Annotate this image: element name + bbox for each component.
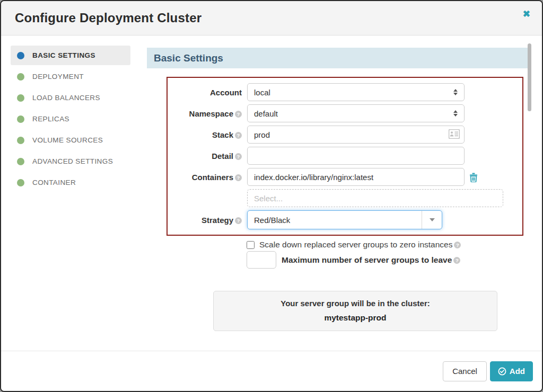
namespace-select[interactable]: default [247, 104, 465, 122]
help-icon[interactable]: ? [235, 111, 242, 118]
sidebar-item-basic-settings[interactable]: BASIC SETTINGS [11, 46, 130, 65]
step-dot-icon [17, 73, 24, 81]
sidebar-item-label: ADVANCED SETTINGS [32, 157, 113, 165]
container-add-row: Select... [168, 189, 522, 207]
step-dot-icon [17, 158, 24, 165]
sidebar-item-advanced-settings[interactable]: ADVANCED SETTINGS [11, 152, 130, 171]
sidebar-item-label: VOLUME SOURCES [32, 136, 103, 144]
help-icon[interactable]: ? [235, 153, 242, 160]
scrollbar[interactable] [528, 43, 531, 111]
add-button[interactable]: Add [490, 361, 533, 381]
help-icon[interactable]: ? [235, 132, 242, 139]
help-icon[interactable]: ? [454, 242, 461, 248]
configure-cluster-modal: Configure Deployment Cluster ✖ BASIC SET… [0, 0, 543, 392]
sidebar-item-replicas[interactable]: REPLICAS [11, 109, 130, 129]
cancel-button[interactable]: Cancel [443, 361, 487, 381]
strategy-label: Strategy? [168, 216, 247, 225]
basic-settings-highlight-box: Account local Namespace? default [167, 77, 523, 236]
modal-footer: Cancel Add [1, 351, 542, 391]
container-add-select[interactable]: Select... [247, 189, 503, 207]
select-stepper-icon [453, 89, 458, 95]
step-dot-icon [17, 179, 24, 186]
step-dot-icon [17, 115, 24, 123]
sidebar-item-deployment[interactable]: DEPLOYMENT [11, 67, 130, 86]
scale-down-label: Scale down replaced server groups to zer… [259, 240, 452, 250]
sidebar-item-label: REPLICAS [32, 115, 69, 123]
namespace-label: Namespace? [168, 109, 247, 118]
check-circle-icon [498, 367, 506, 376]
help-icon[interactable]: ? [235, 217, 242, 224]
detail-label: Detail? [168, 152, 247, 161]
max-server-groups-input[interactable] [247, 251, 276, 269]
select-stepper-icon [453, 110, 458, 117]
modal-body: BASIC SETTINGS DEPLOYMENT LOAD BALANCERS… [1, 36, 542, 344]
account-select[interactable]: local [247, 83, 465, 101]
chevron-down-icon[interactable] [422, 211, 442, 229]
sidebar-item-load-balancers[interactable]: LOAD BALANCERS [11, 88, 130, 108]
namespace-row: Namespace? default [168, 104, 522, 122]
sidebar-item-container[interactable]: CONTAINER [11, 173, 130, 192]
trash-icon[interactable] [469, 172, 478, 182]
sidebar-item-volume-sources[interactable]: VOLUME SOURCES [11, 130, 130, 150]
add-button-label: Add [510, 367, 525, 376]
strategy-select[interactable]: Red/Black [247, 210, 442, 229]
active-step-dot-icon [17, 52, 24, 59]
step-dot-icon [17, 137, 24, 144]
close-icon[interactable]: ✖ [523, 10, 530, 19]
help-icon[interactable]: ? [235, 174, 242, 181]
basic-settings-heading: Basic Settings [147, 48, 529, 68]
sidebar-item-label: LOAD BALANCERS [32, 94, 100, 102]
namespace-value: default [254, 109, 278, 118]
wizard-sidebar: BASIC SETTINGS DEPLOYMENT LOAD BALANCERS… [11, 46, 130, 194]
max-server-groups-label: Maximum number of server groups to leave… [282, 255, 460, 265]
cluster-name: mytestapp-prod [219, 313, 492, 323]
stack-label: Stack? [168, 130, 247, 139]
account-value: local [254, 88, 270, 97]
sidebar-item-label: BASIC SETTINGS [32, 51, 95, 59]
cluster-preview-text: Your server group will be in the cluster… [219, 299, 492, 308]
vcard-icon [449, 129, 460, 141]
strategy-row: Strategy? Red/Black [168, 210, 522, 229]
max-server-groups-row: Maximum number of server groups to leave… [247, 251, 529, 269]
account-label: Account [168, 88, 247, 97]
scale-down-row: Scale down replaced server groups to zer… [247, 240, 529, 250]
modal-header: Configure Deployment Cluster ✖ [1, 1, 542, 35]
containers-label: Containers? [168, 173, 247, 182]
scale-down-checkbox[interactable] [247, 241, 255, 249]
container-image-input[interactable] [247, 168, 465, 186]
help-icon[interactable]: ? [453, 257, 460, 264]
stack-row: Stack? [168, 126, 522, 144]
modal-title: Configure Deployment Cluster [15, 11, 202, 25]
cluster-preview-box: Your server group will be in the cluster… [213, 291, 497, 331]
detail-row: Detail? [168, 147, 522, 165]
strategy-value: Red/Black [254, 216, 290, 225]
detail-input[interactable] [247, 147, 465, 165]
wizard-main-panel: Basic Settings Account local Namespace? [147, 36, 529, 344]
sidebar-item-label: DEPLOYMENT [32, 73, 84, 81]
account-row: Account local [168, 83, 522, 101]
sidebar-item-label: CONTAINER [32, 179, 76, 186]
step-dot-icon [17, 94, 24, 102]
stack-input[interactable] [247, 126, 465, 144]
containers-row: Containers? [168, 168, 522, 186]
